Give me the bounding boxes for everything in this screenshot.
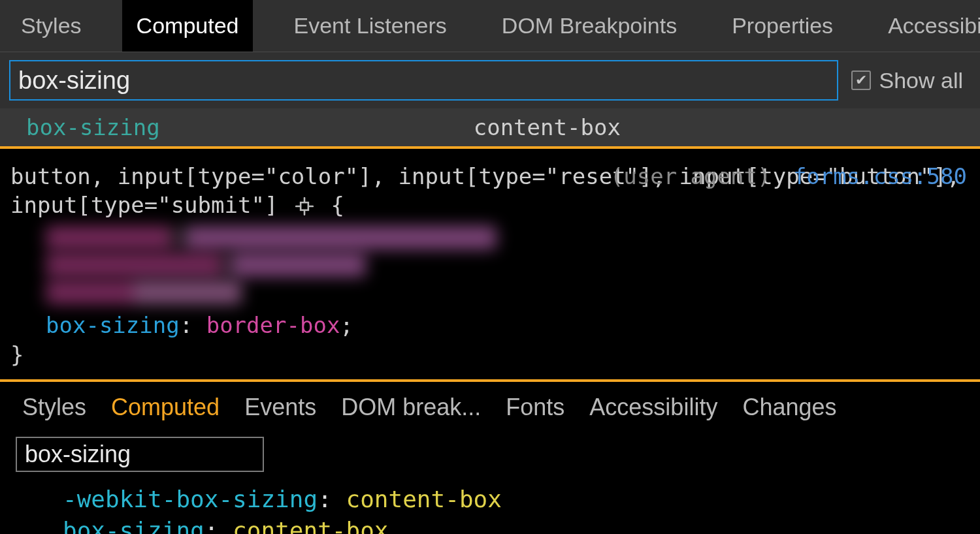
rule-value: border-box xyxy=(206,312,340,338)
tab-properties[interactable]: Properties xyxy=(717,0,847,52)
tab-fonts-b[interactable]: Fonts xyxy=(506,394,564,421)
computed-result-row[interactable]: box-sizing: content-box xyxy=(63,515,980,534)
bottom-computed-results: -webkit-box-sizing: content-box box-sizi… xyxy=(63,484,980,534)
blurred-rule-lines xyxy=(46,226,970,304)
top-tab-bar: Styles Computed Event Listeners DOM Brea… xyxy=(0,0,980,52)
brace-close: } xyxy=(10,340,970,369)
tab-styles-b[interactable]: Styles xyxy=(22,394,86,421)
brace-open: { xyxy=(331,192,344,218)
computed-filter-input[interactable] xyxy=(9,60,838,101)
selector-target-icon[interactable] xyxy=(291,192,331,218)
tab-accessibility-b[interactable]: Accessibility xyxy=(589,394,717,421)
ua-stylesheet-rule-block: (user agent) forms.css:580 button, input… xyxy=(0,146,980,382)
bottom-tab-bar: Styles Computed Events DOM break... Font… xyxy=(0,382,980,433)
tab-changes-b[interactable]: Changes xyxy=(742,394,836,421)
tab-event-listeners[interactable]: Event Listeners xyxy=(279,0,461,52)
computed-property-name: -webkit-box-sizing xyxy=(63,486,318,512)
user-agent-label: (user agent) xyxy=(610,163,771,189)
rule-box-sizing[interactable]: box-sizing: border-box; xyxy=(46,311,970,339)
stylesheet-link[interactable]: forms.css:580 xyxy=(793,163,967,189)
devtools-top-panel: Styles Computed Event Listeners DOM Brea… xyxy=(0,0,980,146)
tab-computed-b[interactable]: Computed xyxy=(111,394,220,421)
checkbox-icon: ✔ xyxy=(851,71,871,90)
tab-events-b[interactable]: Events xyxy=(244,394,316,421)
tab-dom-break-b[interactable]: DOM break... xyxy=(341,394,481,421)
computed-property-name: box-sizing xyxy=(26,114,160,140)
devtools-bottom-panel: Styles Computed Events DOM break... Font… xyxy=(0,382,980,534)
show-all-label: Show all xyxy=(879,68,963,93)
tab-styles[interactable]: Styles xyxy=(7,0,96,52)
computed-property-name: box-sizing xyxy=(63,517,204,534)
tab-computed[interactable]: Computed xyxy=(122,0,253,52)
show-all-toggle[interactable]: ✔ Show all xyxy=(851,68,971,93)
rule-property: box-sizing xyxy=(46,312,180,338)
computed-filter-row: ✔ Show all xyxy=(0,52,980,108)
computed-property-value: content-box xyxy=(346,486,502,512)
computed-property-value: content-box xyxy=(233,517,388,534)
computed-result-row[interactable]: box-sizing content-box xyxy=(0,108,980,146)
rule-source-reference[interactable]: (user agent) forms.css:580 xyxy=(610,162,967,191)
computed-result-row[interactable]: -webkit-box-sizing: content-box xyxy=(63,484,980,516)
tab-dom-breakpoints[interactable]: DOM Breakpoints xyxy=(487,0,691,52)
svg-rect-0 xyxy=(301,202,308,210)
bottom-filter-input[interactable] xyxy=(16,437,264,472)
computed-property-value: content-box xyxy=(474,114,621,140)
tab-accessibility[interactable]: Accessibility xyxy=(874,0,980,52)
